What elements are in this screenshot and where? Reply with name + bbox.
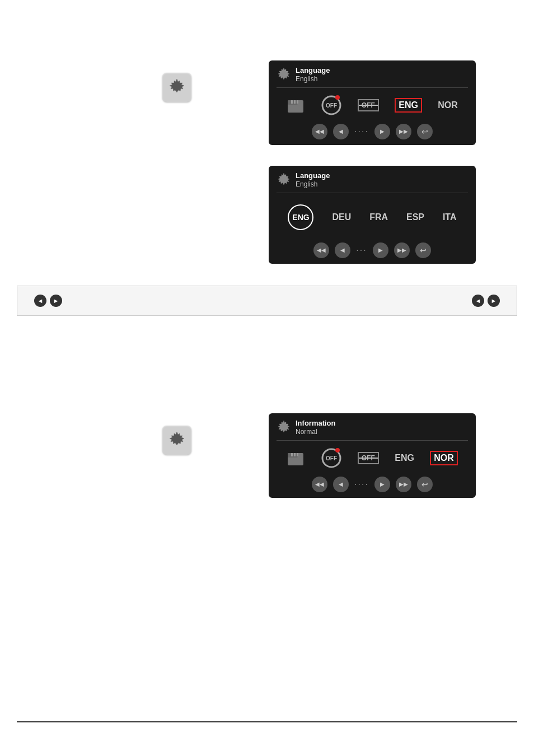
osd-icon-row-1: OFF OFF ENG NOR (277, 95, 468, 116)
svg-rect-4 (291, 100, 293, 104)
comp-right-prev[interactable]: ◄ (472, 295, 484, 307)
svg-text:OFF: OFF (326, 455, 337, 461)
osd-header-3: Information Normal (277, 419, 468, 441)
osd-title-2: Language (296, 171, 330, 180)
osd-title-block-1: Language English (296, 66, 330, 83)
settings-icon-3 (162, 426, 191, 455)
svg-rect-14 (291, 453, 293, 456)
nav-skip-fwd-3[interactable]: ▶▶ (396, 477, 411, 492)
nav-return-3[interactable]: ↩ (417, 477, 433, 492)
icon-off-label-3[interactable]: OFF (358, 452, 379, 464)
icon-memory-3[interactable] (287, 450, 305, 466)
nav-return-2[interactable]: ↩ (415, 242, 431, 258)
osd-panel-3: Information Normal OFF (269, 413, 476, 498)
comp-right: ◄ ► (472, 295, 500, 307)
nav-skip-back-2[interactable]: ◀◀ (313, 242, 329, 258)
osd-gear-icon-2 (277, 172, 291, 187)
nav-prev-3[interactable]: ◀ (333, 477, 349, 492)
osd-icon-row-2: ENG DEU FRA ESP ITA (277, 200, 468, 235)
comp-right-next[interactable]: ► (488, 295, 500, 307)
nav-prev-2[interactable]: ◀ (335, 242, 350, 258)
osd-title-3: Information (296, 419, 336, 428)
nav-next-3[interactable]: ▶ (374, 477, 390, 492)
icon-circle-off-3[interactable]: OFF (321, 447, 342, 469)
icon-esp-2[interactable]: ESP (406, 212, 424, 222)
svg-text:OFF: OFF (326, 102, 337, 109)
nav-dots-3: ···· (354, 479, 369, 489)
icon-circle-off-1[interactable]: OFF (321, 95, 342, 116)
osd-subtitle-3: Normal (296, 428, 336, 436)
svg-rect-5 (294, 100, 296, 104)
osd-gear-icon-1 (277, 67, 291, 82)
nav-skip-back-3[interactable]: ◀◀ (312, 477, 327, 492)
osd-subtitle-2: English (296, 180, 330, 188)
nav-skip-fwd-1[interactable]: ▶▶ (396, 124, 411, 139)
osd-panel-1: Language English OFF (269, 60, 476, 145)
osd-icon-row-3: OFF OFF ENG NOR (277, 447, 468, 469)
icon-nor-1[interactable]: NOR (438, 100, 458, 110)
icon-deu-2[interactable]: DEU (332, 212, 351, 222)
osd-panel-2: Language English ENG DEU FRA ESP ITA ◀◀ … (269, 166, 476, 264)
nav-prev-1[interactable]: ◀ (333, 124, 349, 139)
icon-off-label-1[interactable]: OFF (358, 99, 379, 111)
osd-subtitle-1: English (296, 75, 330, 83)
nav-return-1[interactable]: ↩ (417, 124, 433, 139)
bottom-divider (17, 721, 517, 722)
nav-next-2[interactable]: ▶ (373, 242, 388, 258)
icon-ita-2[interactable]: ITA (443, 212, 457, 222)
nav-next-1[interactable]: ▶ (374, 124, 390, 139)
osd-gear-icon-3 (277, 420, 291, 435)
svg-rect-16 (297, 453, 298, 456)
icon-eng-3[interactable]: ENG (395, 453, 414, 463)
svg-rect-6 (297, 100, 298, 104)
osd-header-1: Language English (277, 66, 468, 88)
osd-nav-row-3: ◀◀ ◀ ···· ▶ ▶▶ ↩ (277, 477, 468, 492)
comp-left-prev[interactable]: ◄ (34, 295, 46, 307)
osd-title-block-2: Language English (296, 171, 330, 188)
gear-svg-3 (167, 431, 186, 450)
icon-eng-1[interactable]: ENG (395, 98, 422, 113)
nav-skip-fwd-2[interactable]: ▶▶ (394, 242, 410, 258)
comp-left-next[interactable]: ► (50, 295, 62, 307)
osd-header-2: Language English (277, 171, 468, 193)
icon-eng-circle-2[interactable]: ENG (288, 204, 313, 230)
osd-title-1: Language (296, 66, 330, 75)
osd-nav-row-2: ◀◀ ◀ ··· ▶ ▶▶ ↩ (277, 242, 468, 258)
gear-svg-1 (167, 78, 186, 97)
gear-icon-1 (162, 73, 191, 102)
comparison-row: ◄ ► ◄ ► (17, 286, 517, 316)
osd-nav-row-1: ◀◀ ◀ ···· ▶ ▶▶ ↩ (277, 124, 468, 139)
osd-title-block-3: Information Normal (296, 419, 336, 436)
nav-dots-1: ···· (354, 127, 369, 137)
gear-icon-3 (162, 426, 191, 455)
nav-skip-back-1[interactable]: ◀◀ (312, 124, 327, 139)
icon-nor-3[interactable]: NOR (430, 451, 458, 465)
nav-dots-2: ··· (356, 245, 367, 255)
svg-rect-15 (294, 453, 296, 456)
comp-left: ◄ ► (34, 295, 62, 307)
settings-icon-1 (162, 73, 191, 102)
icon-memory-1[interactable] (287, 97, 305, 114)
icon-fra-2[interactable]: FRA (369, 212, 388, 222)
